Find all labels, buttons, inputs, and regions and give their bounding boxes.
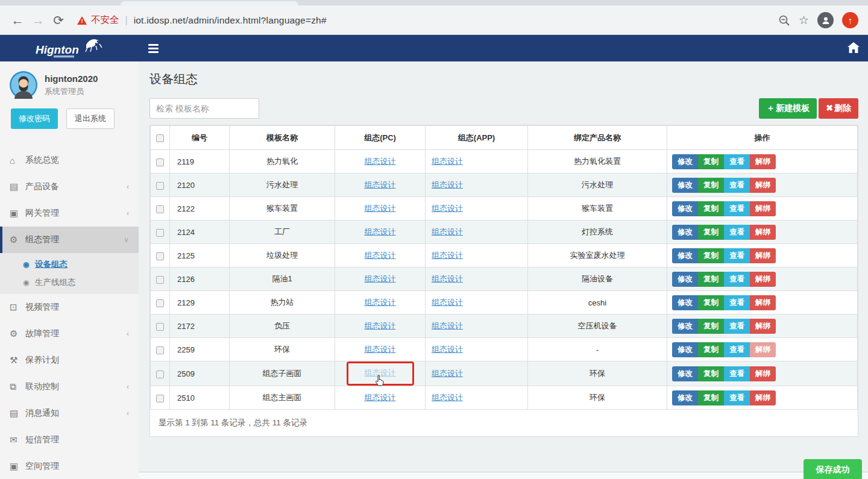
row-checkbox[interactable] [156, 276, 164, 284]
config-app-link[interactable]: 组态设计 [432, 298, 463, 307]
browser-tab[interactable] [121, 1, 298, 5]
copy-button[interactable]: 复制 [698, 295, 724, 310]
copy-button[interactable]: 复制 [698, 272, 724, 287]
unbind-button[interactable]: 解绑 [750, 248, 776, 263]
sidebar-item-空间管理[interactable]: ▣空间管理 [0, 453, 139, 479]
sidebar-item-联动控制[interactable]: ⧉联动控制‹ [0, 374, 139, 400]
view-button[interactable]: 查看 [724, 342, 750, 357]
view-button[interactable]: 查看 [724, 154, 750, 169]
select-all-checkbox[interactable] [156, 134, 164, 142]
reload-icon[interactable]: ⟳ [48, 10, 69, 31]
edit-button[interactable]: 修改 [672, 248, 698, 263]
config-app-link[interactable]: 组态设计 [432, 274, 463, 283]
unbind-button[interactable]: 解绑 [750, 295, 776, 310]
config-pc-link[interactable]: 组态设计 [365, 204, 396, 213]
config-app-link[interactable]: 组态设计 [432, 180, 463, 189]
bookmark-star-icon[interactable]: ☆ [799, 13, 809, 27]
unbind-button[interactable]: 解绑 [750, 390, 776, 405]
copy-button[interactable]: 复制 [698, 178, 724, 193]
edit-button[interactable]: 修改 [672, 272, 698, 287]
unbind-button[interactable]: 解绑 [750, 201, 776, 216]
unbind-button[interactable]: 解绑 [750, 272, 776, 287]
back-icon[interactable]: ← [7, 10, 28, 31]
row-checkbox[interactable] [156, 182, 164, 190]
copy-button[interactable]: 复制 [698, 201, 724, 216]
row-checkbox[interactable] [156, 371, 164, 378]
sidebar-item-产品设备[interactable]: ▤产品设备‹ [0, 174, 139, 200]
row-checkbox[interactable] [156, 158, 164, 166]
view-button[interactable]: 查看 [724, 272, 750, 287]
unbind-button[interactable]: 解绑 [750, 154, 776, 169]
sidebar-item-系统总览[interactable]: ⌂系统总览 [0, 147, 139, 174]
submenu-item-生产线组态[interactable]: ◉生产线组态 [0, 274, 139, 292]
sidebar-item-网关管理[interactable]: ▣网关管理‹ [0, 200, 139, 227]
config-pc-link[interactable]: 组态设计 [365, 180, 396, 189]
view-button[interactable]: 查看 [724, 319, 750, 334]
unbind-button[interactable]: 解绑 [750, 366, 776, 381]
edit-button[interactable]: 修改 [672, 295, 698, 310]
config-app-link[interactable]: 组态设计 [432, 321, 463, 330]
config-app-link[interactable]: 组态设计 [432, 227, 463, 236]
view-button[interactable]: 查看 [724, 248, 750, 263]
browser-update-icon[interactable]: ↑ [842, 12, 858, 28]
copy-button[interactable]: 复制 [698, 248, 724, 263]
copy-button[interactable]: 复制 [698, 366, 724, 381]
edit-button[interactable]: 修改 [672, 178, 698, 193]
row-checkbox[interactable] [156, 229, 164, 237]
sidebar-item-故障管理[interactable]: ⚙故障管理‹ [0, 321, 139, 347]
row-checkbox[interactable] [156, 299, 164, 307]
config-app-link[interactable]: 组态设计 [432, 204, 463, 213]
edit-button[interactable]: 修改 [672, 342, 698, 357]
unbind-button[interactable]: 解绑 [750, 178, 776, 193]
zoom-out-icon[interactable] [778, 14, 790, 27]
copy-button[interactable]: 复制 [698, 342, 724, 357]
config-app-link[interactable]: 组态设计 [432, 369, 463, 378]
address-bar[interactable]: ! 不安全 | iot.idosp.net/admin/index.html?l… [77, 14, 778, 27]
edit-button[interactable]: 修改 [672, 201, 698, 216]
config-pc-link[interactable]: 组态设计 [365, 345, 396, 354]
logout-button[interactable]: 退出系统 [66, 108, 115, 129]
unbind-button[interactable]: 解绑 [750, 319, 776, 334]
config-pc-link[interactable]: 组态设计 [365, 251, 396, 260]
copy-button[interactable]: 复制 [698, 319, 724, 334]
config-pc-link[interactable]: 组态设计 [365, 321, 396, 330]
edit-button[interactable]: 修改 [672, 225, 698, 240]
brand-logo[interactable]: Hignton [0, 37, 139, 60]
view-button[interactable]: 查看 [724, 201, 750, 216]
change-password-button[interactable]: 修改密码 [11, 108, 58, 129]
url-text[interactable]: iot.idosp.net/admin/index.html?language=… [134, 15, 327, 26]
delete-button[interactable]: ✖删除 [819, 98, 858, 119]
config-pc-link[interactable]: 组态设计 [365, 298, 396, 307]
sidebar-item-保养计划[interactable]: ⚒保养计划 [0, 347, 139, 374]
row-checkbox[interactable] [156, 323, 164, 331]
config-pc-link[interactable]: 组态设计 [365, 274, 396, 283]
create-template-button[interactable]: ＋新建模板 [759, 98, 817, 119]
config-app-link[interactable]: 组态设计 [432, 157, 463, 166]
row-checkbox[interactable] [156, 395, 164, 402]
forward-icon[interactable]: → [28, 10, 48, 31]
browser-profile-icon[interactable] [817, 12, 834, 28]
view-button[interactable]: 查看 [724, 225, 750, 240]
config-app-link[interactable]: 组态设计 [432, 251, 463, 260]
copy-button[interactable]: 复制 [698, 154, 724, 169]
view-button[interactable]: 查看 [724, 390, 750, 405]
view-button[interactable]: 查看 [724, 366, 750, 381]
security-warning-icon[interactable]: ! [77, 16, 87, 25]
edit-button[interactable]: 修改 [672, 366, 698, 381]
copy-button[interactable]: 复制 [698, 390, 724, 405]
config-pc-link[interactable]: 组态设计 [365, 393, 396, 402]
config-pc-link[interactable]: 组态设计 [365, 227, 396, 236]
row-checkbox[interactable] [156, 205, 164, 213]
copy-button[interactable]: 复制 [698, 225, 724, 240]
view-button[interactable]: 查看 [724, 295, 750, 310]
config-app-link[interactable]: 组态设计 [432, 345, 463, 354]
search-input[interactable] [149, 98, 259, 119]
view-button[interactable]: 查看 [724, 178, 750, 193]
home-icon[interactable] [848, 42, 860, 54]
security-warning-label[interactable]: 不安全 [91, 14, 119, 27]
submenu-item-设备组态[interactable]: ◉设备组态 [0, 255, 139, 274]
row-checkbox[interactable] [156, 252, 164, 260]
edit-button[interactable]: 修改 [672, 390, 698, 405]
edit-button[interactable]: 修改 [672, 319, 698, 334]
config-pc-link[interactable]: 组态设计 [365, 157, 396, 166]
